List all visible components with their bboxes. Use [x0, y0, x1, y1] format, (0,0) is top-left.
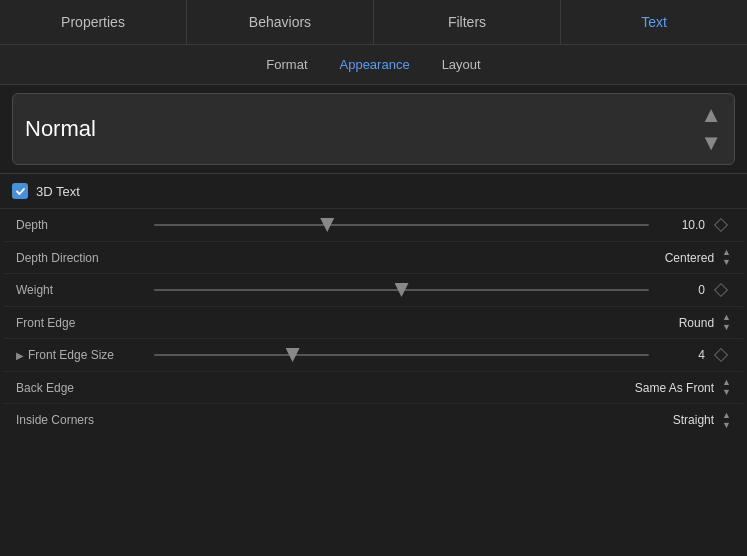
diamond-shape-icon [714, 218, 728, 232]
tab-text[interactable]: Text [561, 0, 747, 44]
chevron-icon: ▲ ▼ [700, 102, 722, 156]
slider-front-edge-size[interactable] [154, 345, 649, 365]
prop-label-weight: Weight [16, 283, 146, 297]
prop-label-back-edge: Back Edge [16, 381, 146, 395]
select-inside-corners[interactable]: Straight▲▼ [673, 411, 731, 430]
diamond-shape-icon [714, 348, 728, 362]
subtab-layout[interactable]: Layout [442, 55, 481, 74]
properties-section: Depth10.0Depth DirectionCentered▲▼Weight… [0, 209, 747, 436]
preset-value: Normal [25, 116, 96, 142]
top-tab-bar: Properties Behaviors Filters Text [0, 0, 747, 45]
slider-depth[interactable] [154, 215, 649, 235]
checkmark-icon [15, 186, 26, 197]
prop-row-back-edge: Back EdgeSame As Front▲▼ [4, 372, 743, 404]
select-value-back-edge: Same As Front [635, 381, 714, 395]
prop-label-front-edge-size: Front Edge Size [28, 348, 114, 362]
diamond-shape-icon [714, 283, 728, 297]
slider-thumb-depth[interactable] [320, 218, 334, 232]
checkbox-3d-text-label[interactable]: 3D Text [36, 184, 80, 199]
select-front-edge[interactable]: Round▲▼ [679, 313, 731, 332]
subtab-format[interactable]: Format [266, 55, 307, 74]
preset-row: Normal ▲ ▼ [0, 85, 747, 174]
select-value-depth-direction: Centered [665, 251, 714, 265]
slider-track-depth [154, 224, 649, 226]
preset-dropdown[interactable]: Normal ▲ ▼ [12, 93, 735, 165]
select-depth-direction[interactable]: Centered▲▼ [665, 248, 731, 267]
slider-thumb-weight[interactable] [395, 283, 409, 297]
keyframe-diamond-weight[interactable] [711, 280, 731, 300]
tab-properties[interactable]: Properties [0, 0, 187, 44]
stepper-icon[interactable]: ▲▼ [722, 378, 731, 397]
prop-label-front-edge: Front Edge [16, 316, 146, 330]
subtab-appearance[interactable]: Appearance [340, 55, 410, 74]
prop-row-depth: Depth10.0 [4, 209, 743, 242]
prop-row-inside-corners: Inside CornersStraight▲▼ [4, 404, 743, 436]
keyframe-diamond-front-edge-size[interactable] [711, 345, 731, 365]
keyframe-diamond-depth[interactable] [711, 215, 731, 235]
prop-label-inside-corners: Inside Corners [16, 413, 146, 427]
prop-row-weight: Weight0 [4, 274, 743, 307]
stepper-icon[interactable]: ▲▼ [722, 248, 731, 267]
tab-behaviors[interactable]: Behaviors [187, 0, 374, 44]
prop-row-front-edge-size: ▶Front Edge Size4 [4, 339, 743, 372]
stepper-icon[interactable]: ▲▼ [722, 313, 731, 332]
select-value-front-edge: Round [679, 316, 714, 330]
checkbox-3d-text-row: 3D Text [0, 174, 747, 209]
slider-track-front-edge-size [154, 354, 649, 356]
prop-row-depth-direction: Depth DirectionCentered▲▼ [4, 242, 743, 274]
slider-track-weight [154, 289, 649, 291]
prop-value-front-edge-size[interactable]: 4 [657, 348, 705, 362]
select-value-inside-corners: Straight [673, 413, 714, 427]
stepper-icon[interactable]: ▲▼ [722, 411, 731, 430]
select-back-edge[interactable]: Same As Front▲▼ [635, 378, 731, 397]
expand-arrow-icon[interactable]: ▶ [16, 350, 24, 361]
prop-label-depth-direction: Depth Direction [16, 251, 146, 265]
slider-weight[interactable] [154, 280, 649, 300]
prop-value-depth[interactable]: 10.0 [657, 218, 705, 232]
checkbox-3d-text[interactable] [12, 183, 28, 199]
prop-label-depth: Depth [16, 218, 146, 232]
prop-row-front-edge: Front EdgeRound▲▼ [4, 307, 743, 339]
sub-tab-bar: Format Appearance Layout [0, 45, 747, 85]
slider-thumb-front-edge-size[interactable] [286, 348, 300, 362]
prop-value-weight[interactable]: 0 [657, 283, 705, 297]
tab-filters[interactable]: Filters [374, 0, 561, 44]
